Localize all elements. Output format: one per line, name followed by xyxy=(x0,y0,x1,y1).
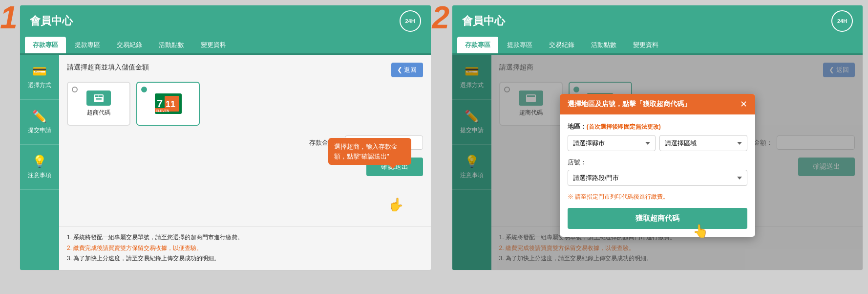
credit-card-icon-1: 💳 xyxy=(32,65,47,78)
store-select[interactable]: 請選擇路段/門市 xyxy=(568,170,747,186)
tab-profile-2[interactable]: 變更資料 xyxy=(625,37,666,53)
store-card-711-1[interactable]: 7 11 ELEVEN xyxy=(136,82,200,126)
step1-store-cards: $ 超商代碼 7 11 xyxy=(67,82,423,126)
step1-back-button[interactable]: ❮ 返回 xyxy=(391,63,423,77)
get-code-button[interactable]: 獲取超商代碼 xyxy=(568,208,747,229)
convenience-store-icon-1: $ xyxy=(86,90,111,106)
svg-text:ELEVEN: ELEVEN xyxy=(156,109,169,113)
tab-withdraw-2[interactable]: 提款專區 xyxy=(499,37,540,53)
sidebar-label-notice-1: 注意事項 xyxy=(28,171,51,180)
dialog-header-text: 選擇地區及店號，點擊「獲取超商代碼」 xyxy=(568,100,691,109)
step1-panel: 會員中心 24H 存款專區 提款專區 交易紀錄 活動點數 變更資料 💳 選擇方式… xyxy=(20,5,431,271)
tab-profile-1[interactable]: 變更資料 xyxy=(193,37,234,53)
tab-deposit-2[interactable]: 存款專區 xyxy=(457,37,498,53)
sidebar-label-select-1: 選擇方式 xyxy=(28,81,51,90)
sidebar-item-notice-1[interactable]: 💡 注意事項 xyxy=(20,145,59,190)
get-code-btn-wrapper: 獲取超商代碼 👆 xyxy=(568,208,747,229)
step1-sidebar: 💳 選擇方式 ✏️ 提交申請 💡 注意事項 xyxy=(20,55,59,270)
step1-notice-section: 1. 系統將發配一組專屬交易單號，請至您選擇的超商門市進行繳費。 2. 繳費完成… xyxy=(59,226,431,270)
step1-number: 1 xyxy=(0,2,18,33)
step1-wrapper: 1 會員中心 24H 存款專區 提款專區 交易紀錄 活動點數 變更資料 💳 選擇… xyxy=(5,5,431,289)
tab-points-1[interactable]: 活動點數 xyxy=(151,37,192,53)
tab-transactions-2[interactable]: 交易紀錄 xyxy=(541,37,582,53)
svg-text:7: 7 xyxy=(157,97,163,110)
bulb-icon-1: 💡 xyxy=(32,155,47,168)
step1-badge: 24H xyxy=(400,10,421,32)
step1-main-content: 請選擇超商並填入儲值金額 ❮ 返回 xyxy=(59,55,431,226)
dialog-store-label: 店號： xyxy=(568,158,747,167)
dialog-city-district-row: 請選擇縣市 請選擇區域 xyxy=(568,135,747,151)
dialog-location-label: 地區：(首次選擇後即固定無法更改) xyxy=(568,122,747,131)
edit-icon-1: ✏️ xyxy=(32,110,47,123)
store-card-label-generic-1: 超商代碼 xyxy=(87,109,110,117)
step1-cursor: 👆 xyxy=(388,197,404,212)
step2-header: 會員中心 24H xyxy=(452,5,863,37)
sidebar-item-select-1[interactable]: 💳 選擇方式 xyxy=(20,55,59,100)
district-select[interactable]: 請選擇區域 xyxy=(659,135,747,151)
radio-generic-1 xyxy=(72,87,78,92)
step1-header: 會員中心 24H xyxy=(20,5,431,37)
dialog-store-row: 請選擇路段/門市 xyxy=(568,170,747,186)
tab-withdraw-1[interactable]: 提款專區 xyxy=(67,37,108,53)
tab-points-2[interactable]: 活動點數 xyxy=(583,37,624,53)
step1-content-area: 💳 選擇方式 ✏️ 提交申請 💡 注意事項 請選擇超商並填入儲值金額 ❮ 返回 xyxy=(20,55,431,270)
step1-main-title: 請選擇超商並填入儲值金額 xyxy=(67,63,149,71)
step1-tooltip: 選擇超商，輸入存款金額，點擊"確認送出" xyxy=(328,138,411,165)
step2-title: 會員中心 xyxy=(462,14,505,28)
notice-1-2: 2. 繳費完成後請買賣雙方保留交易收據，以便查驗。 xyxy=(67,243,423,254)
step1-nav-tabs: 存款專區 提款專區 交易紀錄 活動點數 變更資料 xyxy=(20,37,431,55)
city-select[interactable]: 請選擇縣市 xyxy=(568,135,656,151)
dialog-header: 選擇地區及店號，點擊「獲取超商代碼」 ✕ xyxy=(560,94,755,114)
radio-711-1 xyxy=(141,87,147,92)
dialog-close-button[interactable]: ✕ xyxy=(740,100,747,109)
step2-panel: 會員中心 24H 存款專區 提款專區 交易紀錄 活動點數 變更資料 💳 選擇方式… xyxy=(452,5,864,271)
sidebar-item-submit-1[interactable]: ✏️ 提交申請 xyxy=(20,100,59,145)
tab-transactions-1[interactable]: 交易紀錄 xyxy=(109,37,150,53)
step2-dialog-overlay: 選擇地區及店號，點擊「獲取超商代碼」 ✕ 地區：(首次選擇後即固定無法更改) 請… xyxy=(452,55,863,270)
tab-deposit-1[interactable]: 存款專區 xyxy=(25,37,66,53)
step1-title: 會員中心 xyxy=(30,14,73,28)
store-card-generic-1[interactable]: $ 超商代碼 xyxy=(67,82,130,126)
svg-text:11: 11 xyxy=(166,99,175,109)
notice-1-3: 3. 為了加快上分速度，請至交易紀錄上傳交易成功的明細。 xyxy=(67,253,423,264)
dialog-location-note: (首次選擇後即固定無法更改) xyxy=(587,123,661,130)
sidebar-label-submit-1: 提交申請 xyxy=(28,126,51,135)
notice-1-1: 1. 系統將發配一組專屬交易單號，請至您選擇的超商門市進行繳費。 xyxy=(67,232,423,243)
dialog-body: 地區：(首次選擇後即固定無法更改) 請選擇縣市 請選擇區域 店號： xyxy=(560,114,755,237)
step2-dialog: 選擇地區及店號，點擊「獲取超商代碼」 ✕ 地區：(首次選擇後即固定無法更改) 請… xyxy=(560,94,755,237)
step2-content-area: 💳 選擇方式 ✏️ 提交申請 💡 注意事項 請選擇超商 ❮ 返回 xyxy=(452,55,863,270)
step2-nav-tabs: 存款專區 提款專區 交易紀錄 活動點數 變更資料 xyxy=(452,37,863,55)
step2-badge: 24H xyxy=(831,10,853,32)
step1-main: 請選擇超商並填入儲值金額 ❮ 返回 xyxy=(59,55,431,270)
step2-wrapper: 2 會員中心 24H 存款專區 提款專區 交易紀錄 活動點數 變更資料 💳 選擇… xyxy=(437,5,864,289)
step2-number: 2 xyxy=(432,2,450,33)
seven-eleven-logo-1: 7 11 ELEVEN xyxy=(155,93,182,114)
dialog-cursor: 👆 xyxy=(693,224,708,239)
dialog-warning: ※ 請至指定門市列印代碼後進行繳費。 xyxy=(568,193,747,201)
